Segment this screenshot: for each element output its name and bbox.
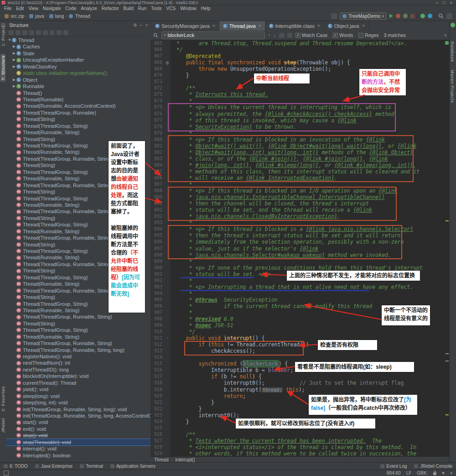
- structure-item[interactable]: mstop(): void: [6, 432, 150, 439]
- tab-close-icon[interactable]: ×: [362, 23, 365, 28]
- code-line[interactable]: 873 * Interrupts this thread.: [150, 91, 450, 98]
- code-line[interactable]: 894 * <p> If this thread is blocked in a…: [150, 226, 450, 232]
- line-number[interactable]: 875: [150, 104, 164, 110]
- line-separator[interactable]: LF: [406, 471, 412, 476]
- line-number[interactable]: 913: [150, 348, 164, 354]
- line-number[interactable]: 900: [150, 265, 164, 271]
- line-number[interactable]: 893: [150, 220, 164, 226]
- line-number[interactable]: 920: [150, 393, 164, 399]
- code-line[interactable]: 896 * immediately from the selection ope…: [150, 239, 450, 245]
- code-line[interactable]: 909 * @spec JSR-51: [150, 322, 450, 329]
- expand-arrow-icon[interactable]: ▼: [7, 37, 12, 43]
- code-line[interactable]: 875 * <p> Unless the current thread is i…: [150, 104, 450, 110]
- structure-item[interactable]: minterrupt(): void: [6, 445, 150, 452]
- code-line[interactable]: 868@ public final synchronized void stop…: [150, 59, 450, 66]
- breadcrumb-item[interactable]: Thread: [68, 13, 91, 19]
- line-number[interactable]: 908: [150, 316, 164, 322]
- menu-build[interactable]: Build: [121, 6, 136, 11]
- code-line[interactable]: 883 * class, or of the {@link #join()}, …: [150, 156, 450, 162]
- line-number[interactable]: 899: [150, 258, 164, 265]
- line-number[interactable]: 897: [150, 246, 164, 252]
- structure-item[interactable]: myield(): void: [6, 386, 150, 392]
- tab-close-icon[interactable]: ×: [259, 23, 261, 28]
- stripe-mark[interactable]: [446, 414, 449, 415]
- line-number[interactable]: 865: [150, 40, 164, 47]
- next-occurrence-icon[interactable]: ↓: [274, 33, 276, 38]
- maximize-button[interactable]: □: [443, 0, 445, 5]
- file-encoding[interactable]: GBK:: [417, 471, 428, 476]
- structure-item[interactable]: mThread(ThreadGroup, Runnable, String, l…: [6, 347, 150, 353]
- expand-arrow-icon[interactable]: ▶: [12, 63, 16, 70]
- line-number[interactable]: 928: [150, 444, 164, 450]
- tab-close-icon[interactable]: ×: [212, 23, 215, 28]
- structure-item[interactable]: mexit(): void: [6, 426, 150, 432]
- tool-window-switcher-icon[interactable]: [4, 471, 9, 476]
- code-line[interactable]: 928 * <i>interrupted status</i> of the t…: [150, 444, 450, 450]
- line-number[interactable]: 926: [150, 431, 164, 438]
- show-fields-icon[interactable]: [22, 30, 27, 35]
- code-line[interactable]: 877 * of this thread is invoked, which m…: [150, 117, 450, 124]
- structure-item[interactable]: mThread(Runnable, String): [6, 307, 150, 314]
- code-line[interactable]: 899 *: [150, 258, 450, 265]
- code-line[interactable]: 881 * Object#wait() wait()}, {@link Obje…: [150, 143, 450, 149]
- autoscroll-from-source-icon[interactable]: [63, 30, 68, 35]
- line-number[interactable]: 895: [150, 232, 164, 239]
- breadcrumb-class[interactable]: Thread: [154, 457, 169, 462]
- structure-item[interactable]: mThread(ThreadGroup, String): [6, 327, 150, 333]
- tab-Object.java[interactable]: CObject.java×: [324, 21, 369, 31]
- line-number[interactable]: 894: [150, 226, 164, 232]
- line-number[interactable]: 911: [150, 335, 164, 341]
- toolwindow-button-jrebel-console[interactable]: JRebel Console: [414, 464, 452, 469]
- line-number[interactable]: 910: [150, 329, 164, 335]
- jrebel-run-button[interactable]: [420, 14, 425, 18]
- structure-item[interactable]: mnextThreadID(): long: [6, 366, 150, 373]
- line-number[interactable]: 888: [150, 188, 164, 194]
- code-line[interactable]: 900 * <p> If none of the previous condit…: [150, 265, 450, 271]
- code-line[interactable]: 903 * <p> Interrupting a thread that is …: [150, 284, 450, 290]
- autoscroll-to-source-icon[interactable]: [57, 30, 62, 35]
- search-everywhere-icon[interactable]: [438, 13, 444, 19]
- code-line[interactable]: 927 * Tests whether the current thread h…: [150, 438, 450, 444]
- structure-item[interactable]: mThread(ThreadGroup, Runnable, String): [6, 156, 150, 162]
- menu-vcs[interactable]: VCS: [164, 6, 178, 11]
- line-number[interactable]: 929: [150, 450, 164, 457]
- code-line[interactable]: 879 *: [150, 130, 450, 136]
- line-number[interactable]: 924: [150, 418, 164, 425]
- line-number[interactable]: 878: [150, 124, 164, 130]
- find-filter-icon[interactable]: [279, 33, 284, 38]
- structure-item[interactable]: ▶CState: [6, 50, 150, 57]
- code-line[interactable]: 874 *: [150, 98, 450, 104]
- code-line[interactable]: 885 * methods of this class, then its in…: [150, 168, 450, 175]
- tool-button-7-structure[interactable]: 7: Structure: [0, 54, 5, 82]
- menu-window[interactable]: Window: [178, 6, 199, 11]
- structure-item[interactable]: mThread(ThreadGroup, Runnable, String): [6, 261, 150, 267]
- line-number[interactable]: 883: [150, 156, 164, 162]
- code-line[interactable]: 867 @Deprecated: [150, 53, 450, 59]
- code-line[interactable]: 880 * <p> If this thread is blocked in a…: [150, 136, 450, 143]
- menu-analyze[interactable]: Analyze: [78, 6, 99, 11]
- structure-item[interactable]: mstart(): void: [6, 419, 150, 425]
- heart-icon[interactable]: ♥: [442, 471, 445, 476]
- structure-item[interactable]: mThread(ThreadGroup, Runnable, String): [6, 182, 150, 188]
- code-line[interactable]: 895 * then the thread's interrupt status…: [150, 232, 450, 239]
- menu-tools[interactable]: Tools: [149, 6, 164, 11]
- line-number[interactable]: 882: [150, 149, 164, 156]
- line-number[interactable]: 873: [150, 91, 164, 98]
- breadcrumb-item[interactable]: java: [28, 13, 45, 19]
- code-line[interactable]: 919 b.interrupt(thread: this);: [150, 387, 450, 393]
- tab-SecurityManager.java[interactable]: CSecurityManager.java×: [151, 21, 219, 31]
- toolwindow-button-event-log[interactable]: Event Log: [380, 464, 407, 469]
- tool-button-1-project[interactable]: 1: Project: [0, 26, 5, 46]
- structure-item[interactable]: minit(ThreadGroup, Runnable, String, lon…: [6, 413, 150, 419]
- structure-item[interactable]: mThread(Runnable, String): [6, 149, 150, 155]
- structure-item[interactable]: mThread(Runnable): [6, 96, 150, 103]
- tool-button-jrebel[interactable]: JRebel: [0, 418, 5, 433]
- line-number[interactable]: 917: [150, 373, 164, 380]
- line-number[interactable]: 889: [150, 194, 164, 200]
- toolwindow-button-java-enterprise[interactable]: Java Enterprise: [35, 464, 73, 469]
- breadcrumb-method[interactable]: interrupt(): [175, 457, 195, 462]
- code-line[interactable]: 912 if (this != Thread.currentThread()): [150, 341, 450, 348]
- toolwindow-button-terminal[interactable]: Terminal: [80, 464, 103, 469]
- structure-item[interactable]: msleep(long): void: [6, 393, 150, 399]
- breadcrumb-item[interactable]: lang: [48, 13, 65, 19]
